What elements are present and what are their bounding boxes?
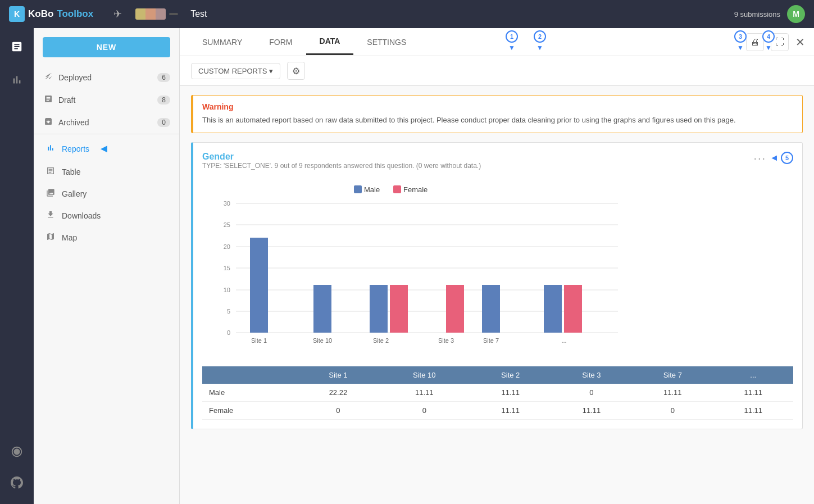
subnav-item-table[interactable]: Table [34,161,179,183]
subnav-item-gallery[interactable]: Gallery [34,183,179,205]
svg-rect-0 [354,185,362,193]
tab-bar: 1 ▼ 2 ▼ 3 ▼ 4 ▼ SUMMARY [180,28,814,56]
bar-site2-male [370,285,388,333]
new-button[interactable]: NEW [43,37,170,57]
tab-data[interactable]: DATA [306,29,354,55]
tab-settings[interactable]: SETTINGS [353,30,420,55]
table-header-ellipsis: ... [713,366,793,384]
subnav-item-reports[interactable]: Reports ◄ [34,137,179,161]
submissions-count: 9 submissions [734,10,780,19]
annotation-1: 1 [506,30,518,43]
nav-count-archived: 0 [157,118,170,127]
logo-text-toolbox: Toolbox [57,8,93,20]
svg-text:Male: Male [364,185,380,194]
custom-reports-button[interactable]: CUSTOM REPORTS ▾ [191,63,280,79]
app-logo[interactable]: K KoBoToolbox [9,6,93,22]
content-area: 1 ▼ 2 ▼ 3 ▼ 4 ▼ SUMMARY [180,28,814,504]
table-cell-male-site1: 22.22 [298,384,379,402]
reports-arrow: ◄ [98,142,110,155]
table-header-site1: Site 1 [298,366,379,384]
downloads-icon [45,210,56,221]
tab-summary[interactable]: SUMMARY [189,30,256,55]
sidebar-icon-charts[interactable] [7,70,26,92]
subnav-item-map[interactable]: Map [34,226,179,248]
chart-header-right: ··· ◄ 5 [753,152,793,165]
svg-text:Site 3: Site 3 [438,337,454,344]
color-seg-1 [135,8,145,20]
warning-box: Warning This is an automated report base… [191,95,803,133]
chart-area: Male Female 30 25 20 15 [202,181,793,357]
reports-icon [45,143,56,154]
table-cell-male-site3: 0 [551,384,632,402]
table-header-site10: Site 10 [379,366,470,384]
table-icon [45,166,56,177]
sidebar-icon-github[interactable] [7,473,26,495]
tab-form[interactable]: FORM [256,30,306,55]
svg-text:Female: Female [403,185,428,194]
arrow-down-2: ▼ [536,44,543,52]
arrow-down-1: ▼ [508,44,515,52]
bar-site1-male [250,238,268,333]
form-indicator [135,8,178,20]
arrow-down-3: ▼ [737,44,744,52]
bar-ellipsis-female [564,285,582,333]
deploy-nav-icon [43,72,54,83]
annotation-3: 3 [734,30,747,43]
form-color-bar [135,8,166,20]
close-button[interactable]: ✕ [795,35,805,49]
nav-item-draft[interactable]: Draft 8 [34,89,179,111]
table-cell-female-site2: 11.11 [470,401,551,419]
sidebar-icon-settings[interactable] [7,442,26,464]
table-cell-female-site10: 0 [379,401,470,419]
gallery-icon [45,188,56,199]
nav-label-archived: Archived [58,118,153,127]
chart-title: Gender [202,152,481,162]
chart-card: Gender TYPE: 'SELECT_ONE'. 9 out of 9 re… [191,142,803,429]
gear-button[interactable]: ⚙ [287,62,305,80]
nav-item-deployed[interactable]: Deployed 6 [34,66,179,89]
sub-nav: Reports ◄ Table Gallery Downloads [34,134,179,248]
data-table: Site 1 Site 10 Site 2 Site 3 Site 7 ... … [202,366,793,420]
annotation-5-area: ◄ 5 [770,152,793,164]
table-row-female: Female 0 0 11.11 11.11 0 11.11 [202,401,793,419]
svg-text:30: 30 [224,200,230,207]
bar-site3-female [446,285,464,333]
expand-button[interactable]: ⛶ [771,33,789,51]
table-cell-male-ellipsis: 11.11 [713,384,793,402]
table-cell-male-site7: 11.11 [632,384,713,402]
user-avatar[interactable]: M [787,5,805,23]
print-button[interactable]: 🖨 [746,33,764,51]
custom-reports-label: CUSTOM REPORTS [198,67,267,75]
logo-icon: K [9,6,25,22]
table-cell-female-site7: 0 [632,401,713,419]
icon-sidebar [0,28,34,504]
nav-label-draft: Draft [58,96,153,105]
report-content: Warning This is an automated report base… [180,86,814,504]
logo-text-kobo: KoBo [28,8,53,20]
navbar-right: 9 submissions M [734,5,805,23]
bar-site2-female [390,285,408,333]
subnav-label-table: Table [62,167,80,176]
annotation-5: 5 [781,152,793,164]
form-status-tag [169,13,178,15]
sidebar-icon-forms[interactable] [7,37,26,59]
nav-label-deployed: Deployed [58,73,153,82]
deploy-icon[interactable]: ✈ [113,8,122,20]
table-cell-female-site1: 0 [298,401,379,419]
svg-text:...: ... [561,337,566,344]
svg-text:15: 15 [224,265,230,271]
nav-item-archived[interactable]: Archived 0 [34,111,179,134]
subnav-item-downloads[interactable]: Downloads [34,205,179,226]
table-cell-male-site10: 11.11 [379,384,470,402]
chart-title-area: Gender TYPE: 'SELECT_ONE'. 9 out of 9 re… [202,152,481,179]
svg-text:25: 25 [224,221,230,228]
more-options-button[interactable]: ··· [753,152,766,165]
draft-nav-icon [43,94,54,106]
nav-panel: NEW Deployed 6 Draft 8 Archived 0 [34,28,180,504]
warning-title: Warning [202,102,793,111]
bar-site10-male [313,285,331,333]
svg-text:Site 2: Site 2 [373,337,389,344]
nav-count-draft: 8 [157,96,170,105]
icon-sidebar-bottom [7,442,26,504]
chart-header: Gender TYPE: 'SELECT_ONE'. 9 out of 9 re… [202,152,793,179]
